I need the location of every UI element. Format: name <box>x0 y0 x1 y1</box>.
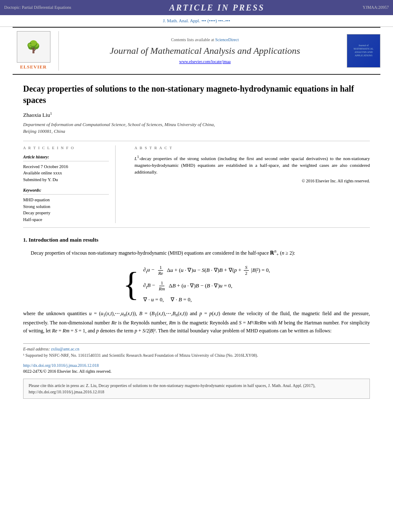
affiliation-line2: Beijing 100081, China <box>23 129 65 134</box>
abstract-label: A B S T R A C T <box>135 145 370 151</box>
citation-text: Please cite this article in press as: Z.… <box>29 383 315 394</box>
doi-link-line: http://dx.doi.org/10.1016/j.jmaa.2016.12… <box>23 363 370 369</box>
history-label: Article history: <box>23 154 109 161</box>
abstract-section: A B S T R A C T L1-decay properties of t… <box>128 145 370 223</box>
equation-1: ∂tu − 1 Re Δu + (u · ∇)u − S(B · ∇)B + ∇… <box>143 265 270 276</box>
article-info: A R T I C L E I N F O Article history: R… <box>23 145 116 223</box>
science-direct-link[interactable]: ScienceDirect <box>215 37 239 42</box>
and-connector-1: and <box>190 311 197 316</box>
main-content: Decay properties of solutions to the non… <box>0 75 393 407</box>
section1-para2: where the unknown quantities u = (u1(x,t… <box>23 310 370 335</box>
available-date: Available online xxxx <box>23 170 109 176</box>
article-info-label: A R T I C L E I N F O <box>23 145 109 151</box>
received-date: Received 7 October 2016 <box>23 163 109 170</box>
copyright-text: © 2016 Elsevier Inc. All rights reserved… <box>135 178 370 184</box>
keywords-label: Keywords: <box>23 187 109 195</box>
logo-box: 🌳 <box>17 31 50 63</box>
issn-line: 0022-247X/© 2016 Elsevier Inc. All right… <box>23 369 370 374</box>
equation-3: ∇ · u = 0, ∇ · B = 0, <box>143 296 270 303</box>
journal-ref-text: J. Math. Anal. Appl. ••• (••••) •••–••• <box>163 18 230 23</box>
equations-list: ∂tu − 1 Re Δu + (u · ∇)u − S(B · ∇)B + ∇… <box>143 265 270 304</box>
submitted-by: Submitted by Y. Du <box>23 176 109 183</box>
journal-title: Journal of Mathematical Analysis and App… <box>63 45 347 58</box>
journal-reference: J. Math. Anal. Appl. ••• (••••) •••–••• <box>0 15 393 27</box>
paper-title: Decay properties of solutions to the non… <box>23 83 370 106</box>
keyword-1: MHD equation <box>23 197 109 203</box>
and-connector-2: and <box>334 311 341 316</box>
article-info-section: A R T I C L E I N F O Article history: R… <box>23 141 370 228</box>
author-line: Zhaoxia Liu1 <box>23 111 370 119</box>
email-footnote: E-mail address: zxliu@amt.ac.cn <box>23 346 370 352</box>
journal-center: Contents lists available at ScienceDirec… <box>63 37 347 65</box>
affiliation-line1: Department of Information and Computatio… <box>23 122 215 127</box>
journal-url: www.elsevier.com/locate/jmaa <box>63 59 347 65</box>
contents-label: Contents lists available at <box>171 37 214 42</box>
and-connector-4: and <box>88 328 95 334</box>
elsevier-logo: 🌳 ELSEVIER <box>13 31 59 70</box>
left-brace: { <box>123 267 139 301</box>
section1-heading: 1. Introduction and main results <box>23 236 370 244</box>
author-sup: 1 <box>50 111 52 116</box>
article-in-press-label: ARTICLE IN PRESS <box>169 2 265 13</box>
affiliation: Department of Information and Computatio… <box>23 121 370 134</box>
keyword-4: Half-space <box>23 216 109 223</box>
thumb-text: Journal ofMATHEMATICALANALYSIS ANDAPPLIC… <box>353 44 373 57</box>
footnote-area: E-mail address: zxliu@amt.ac.cn ¹ Suppor… <box>23 343 370 358</box>
tree-icon: 🌳 <box>26 39 41 55</box>
section1-para1: Decay properties of viscous non-stationa… <box>23 248 370 258</box>
doi-footer: http://dx.doi.org/10.1016/j.jmaa.2016.12… <box>23 363 370 374</box>
email-label: E-mail address: <box>23 347 50 351</box>
equation-2: ∂tB − 1 Rm ΔB + (u · ∇)B − (B · ∇)u = 0, <box>143 280 270 292</box>
author-name: Zhaoxia Liu <box>23 112 50 118</box>
abstract-text: L1-decay properties of the strong soluti… <box>135 154 370 176</box>
science-direct-line: Contents lists available at ScienceDirec… <box>63 37 347 43</box>
doi-link[interactable]: http://dx.doi.org/10.1016/j.jmaa.2016.12… <box>23 363 99 368</box>
top-banner: Doctopic: Partial Differential Equations… <box>0 0 393 15</box>
email-link[interactable]: zxliu@amt.ac.cn <box>51 347 79 351</box>
keyword-3: Decay property <box>23 210 109 216</box>
keyword-2: Strong solution <box>23 203 109 210</box>
doctopic-label: Doctopic: Partial Differential Equations <box>4 5 71 11</box>
journal-id: YJMAA:20957 <box>363 5 389 11</box>
footnote-1: ¹ Supported by NSFC-NRF, No. 11611540331… <box>23 352 370 358</box>
brace-system: { ∂tu − 1 Re Δu + (u · ∇)u − S(B · ∇)B +… <box>123 265 270 304</box>
equation-system: { ∂tu − 1 Re Δu + (u · ∇)u − S(B · ∇)B +… <box>23 265 370 304</box>
and-connector-3: and <box>230 320 237 326</box>
journal-thumbnail: Journal ofMATHEMATICALANALYSIS ANDAPPLIC… <box>347 34 380 68</box>
citation-box: Please cite this article in press as: Z.… <box>23 379 370 399</box>
journal-header: 🌳 ELSEVIER Contents lists available at S… <box>13 27 380 74</box>
elsevier-label: ELSEVIER <box>20 64 47 70</box>
journal-url-link[interactable]: www.elsevier.com/locate/jmaa <box>179 59 231 64</box>
